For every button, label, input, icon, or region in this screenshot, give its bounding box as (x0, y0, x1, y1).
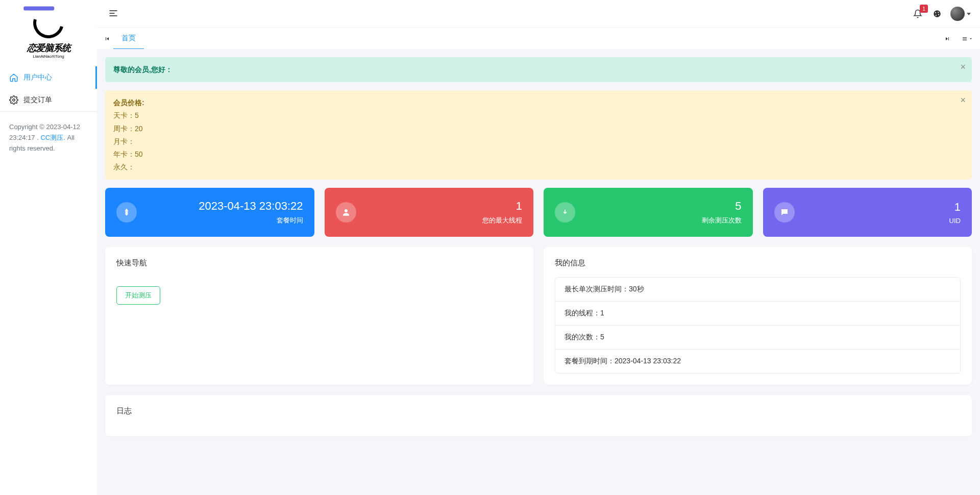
sidebar-menu: 用户中心 提交订单 (0, 66, 97, 112)
panels-row: 快速导航 开始测压 我的信息 最长单次测压时间：30秒 我的线程：1 我的次数：… (105, 247, 972, 385)
logo-icon (28, 2, 69, 44)
sidebar-item-submit-order[interactable]: 提交订单 (0, 89, 97, 111)
price-line-forever: 永久： (113, 161, 951, 174)
svg-point-7 (938, 14, 939, 15)
yen-icon (116, 202, 137, 222)
content: 尊敬的会员,您好： × 会员价格: 天卡：5 周卡：20 月卡： 年卡：50 永… (97, 49, 980, 495)
stats-row: 2023-04-13 23:03:22 套餐时间 1 您的最大线程 5 (105, 188, 972, 237)
info-item-my-times: 我的次数：5 (555, 326, 960, 350)
sidebar: 恋爱脑系统 LianAiNaoXiTong 用户中心 提交订单 Copyrigh… (0, 0, 97, 495)
info-item-my-threads: 我的线程：1 (555, 302, 960, 326)
alert-greeting-close-button[interactable]: × (960, 62, 966, 71)
panel-title: 我的信息 (555, 258, 961, 268)
sidebar-item-label: 提交订单 (23, 95, 52, 105)
stat-value: 5 (702, 200, 742, 213)
theme-button[interactable] (931, 8, 943, 20)
download-icon (555, 202, 575, 222)
stat-card-remaining-tests: 5 剩余测压次数 (544, 188, 753, 237)
price-line-dayka: 天卡：5 (113, 109, 951, 122)
stat-label: UID (949, 217, 961, 225)
stat-label: 套餐时间 (199, 216, 303, 225)
stat-value: 1 (949, 201, 961, 214)
notification-badge: 1 (920, 5, 928, 13)
svg-point-4 (934, 10, 941, 17)
start-test-button[interactable]: 开始测压 (116, 286, 160, 305)
notification-button[interactable]: 1 (912, 8, 924, 20)
tabs-scroll-last-button[interactable] (941, 36, 953, 42)
svg-point-6 (938, 12, 939, 13)
tabs-scroll-first-button[interactable] (101, 36, 113, 42)
svg-point-0 (13, 99, 15, 102)
stat-card-uid: 1 UID (763, 188, 972, 237)
info-item-max-single-time: 最长单次测压时间：30秒 (555, 278, 960, 302)
panel-title: 日志 (116, 406, 961, 416)
user-menu-button[interactable] (950, 7, 971, 21)
alert-greeting: 尊敬的会员,您好： × (105, 57, 972, 82)
stat-label: 您的最大线程 (482, 216, 522, 225)
stat-value: 2023-04-13 23:03:22 (199, 200, 303, 213)
chevron-down-icon (967, 13, 971, 15)
message-icon (774, 202, 795, 222)
logo-text: 恋爱脑系统 (27, 42, 70, 54)
stat-card-max-threads: 1 您的最大线程 (325, 188, 534, 237)
alert-pricing-title: 会员价格: (113, 98, 144, 107)
gear-icon (9, 95, 18, 105)
panel-my-info: 我的信息 最长单次测压时间：30秒 我的线程：1 我的次数：5 套餐到期时间：2… (544, 247, 972, 385)
sidebar-item-label: 用户中心 (23, 73, 52, 82)
home-icon (9, 73, 18, 82)
user-icon (336, 202, 356, 222)
price-line-weekka: 周卡：20 (113, 122, 951, 135)
svg-point-12 (345, 209, 348, 212)
panel-quick-nav: 快速导航 开始测压 (105, 247, 533, 385)
alert-pricing-close-button[interactable]: × (960, 95, 966, 105)
sidebar-footer: Copyright © 2023-04-12 23:24:17 . CC测压. … (0, 112, 97, 164)
logo-subtext: LianAiNaoXiTong (27, 54, 70, 59)
stat-value: 1 (482, 200, 522, 213)
alert-greeting-text: 尊敬的会员,您好： (113, 65, 173, 73)
header: 1 (97, 0, 980, 28)
menu-toggle-button[interactable] (106, 6, 120, 22)
svg-point-8 (936, 15, 937, 16)
tabs-menu-button[interactable] (959, 36, 976, 42)
sidebar-item-user-center[interactable]: 用户中心 (0, 66, 97, 89)
footer-link[interactable]: CC测压 (40, 134, 63, 141)
avatar-icon (950, 7, 965, 21)
alert-pricing: 会员价格: 天卡：5 周卡：20 月卡： 年卡：50 永久： × (105, 90, 972, 180)
info-item-plan-expiry: 套餐到期时间：2023-04-13 23:03:22 (555, 350, 960, 373)
tab-home[interactable]: 首页 (113, 29, 144, 50)
stat-card-plan-time: 2023-04-13 23:03:22 套餐时间 (105, 188, 314, 237)
tabs-bar: 首页 (97, 28, 980, 49)
sidebar-logo: 恋爱脑系统 LianAiNaoXiTong (0, 0, 97, 66)
info-list: 最长单次测压时间：30秒 我的线程：1 我的次数：5 套餐到期时间：2023-0… (555, 277, 961, 374)
price-line-yearka: 年卡：50 (113, 148, 951, 161)
price-line-monthka: 月卡： (113, 135, 951, 148)
main: 1 首页 (97, 0, 980, 495)
panel-title: 快速导航 (116, 258, 522, 268)
stat-label: 剩余测压次数 (702, 216, 742, 225)
svg-point-5 (935, 12, 936, 13)
panel-log: 日志 (105, 395, 972, 436)
